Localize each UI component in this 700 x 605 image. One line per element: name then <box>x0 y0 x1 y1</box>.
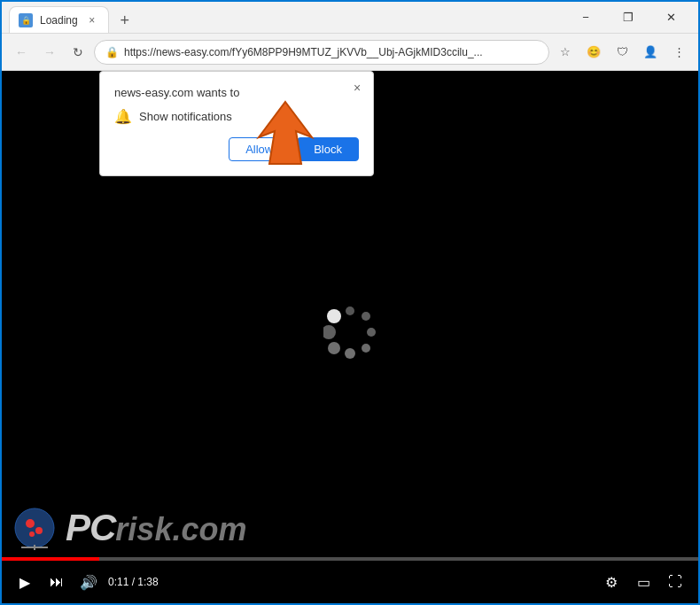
play-button[interactable]: ▶ <box>12 570 37 594</box>
svg-point-3 <box>367 328 376 337</box>
lock-icon: 🔒 <box>105 46 119 58</box>
popup-description: Show notifications <box>139 110 232 123</box>
tab-favicon: 🔒 <box>19 13 33 27</box>
minimize-button[interactable]: − <box>565 2 606 34</box>
pcrisk-pc-text: PC <box>66 507 115 548</box>
popup-buttons: Allow Block <box>114 137 359 161</box>
pcrisk-text: PCrisk.com <box>66 507 246 549</box>
svg-point-12 <box>29 531 35 537</box>
shield-icon[interactable]: 🛡 <box>610 40 634 65</box>
svg-point-6 <box>328 342 340 354</box>
forward-button[interactable]: → <box>37 40 62 65</box>
svg-marker-0 <box>259 102 312 164</box>
profile-icon[interactable]: 😊 <box>581 40 606 65</box>
video-controls: ▶ ⏭ 🔊 0:11 / 1:38 ⚙ ▭ ⛶ <box>2 561 698 603</box>
volume-button[interactable]: 🔊 <box>76 570 101 594</box>
svg-point-9 <box>15 508 54 547</box>
new-tab-button[interactable]: + <box>113 8 137 33</box>
reload-button[interactable]: ↻ <box>66 40 90 65</box>
window-controls: − ❐ ✕ <box>565 2 691 34</box>
menu-button[interactable]: ⋮ <box>666 40 691 65</box>
theater-button[interactable]: ▭ <box>631 570 656 594</box>
title-bar: 🔒 Loading × + − ❐ ✕ <box>2 2 698 34</box>
pcrisk-watermark: PCrisk.com <box>12 506 246 550</box>
svg-point-11 <box>35 527 43 534</box>
svg-point-4 <box>362 344 370 353</box>
next-button[interactable]: ⏭ <box>44 570 69 594</box>
tab-area: 🔒 Loading × + <box>9 2 565 33</box>
restore-button[interactable]: ❐ <box>608 2 649 34</box>
back-button[interactable]: ← <box>9 40 34 65</box>
settings-button[interactable]: ⚙ <box>599 570 624 594</box>
url-text: https://news-easy.com/fYy6M8PP9H9MTUZ_jK… <box>124 46 538 58</box>
loading-spinner <box>323 306 377 359</box>
main-content: × news-easy.com wants to 🔔 Show notifica… <box>2 71 698 603</box>
bookmark-button[interactable]: ☆ <box>553 40 578 65</box>
popup-close-button[interactable]: × <box>348 79 366 97</box>
user-button[interactable]: 👤 <box>638 40 663 65</box>
popup-row: 🔔 Show notifications <box>114 108 359 125</box>
bell-icon: 🔔 <box>114 108 132 125</box>
tab-title: Loading <box>40 14 78 27</box>
svg-point-10 <box>26 519 35 528</box>
address-input[interactable]: 🔒 https://news-easy.com/fYy6M8PP9H9MTUZ_… <box>94 40 549 65</box>
svg-point-8 <box>327 309 341 323</box>
popup-title: news-easy.com wants to <box>114 86 359 99</box>
address-bar: ← → ↻ 🔒 https://news-easy.com/fYy6M8PP9H… <box>2 34 698 71</box>
notification-popup: × news-easy.com wants to 🔔 Show notifica… <box>99 71 374 176</box>
fullscreen-button[interactable]: ⛶ <box>663 570 688 594</box>
browser-window: 🔒 Loading × + − ❐ ✕ ← → ↻ 🔒 https://news… <box>0 0 700 605</box>
pcrisk-risk-text: risk.com <box>115 511 246 547</box>
svg-point-1 <box>346 306 354 315</box>
svg-point-7 <box>323 325 336 339</box>
tab-close-button[interactable]: × <box>85 13 99 27</box>
active-tab[interactable]: 🔒 Loading × <box>9 6 109 33</box>
svg-point-5 <box>345 348 355 359</box>
time-display: 0:11 / 1:38 <box>108 576 159 588</box>
close-button[interactable]: ✕ <box>650 2 691 34</box>
svg-point-2 <box>362 312 370 321</box>
address-icons: ☆ 😊 🛡 👤 ⋮ <box>553 40 691 65</box>
